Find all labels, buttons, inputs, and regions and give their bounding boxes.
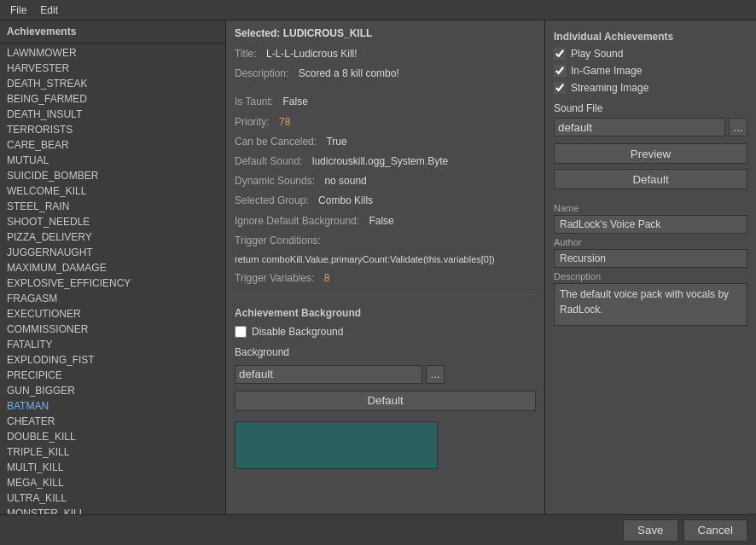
main-layout: Achievements LAWNMOWERHARVESTERDEATH_STR… xyxy=(0,20,756,545)
bg-label-row: Background xyxy=(235,346,536,358)
priority-row: Priority: 78 xyxy=(235,114,536,130)
achievement-item[interactable]: GUN_BIGGER xyxy=(0,383,225,398)
trigger-variables-label: Trigger Variables: xyxy=(235,270,314,287)
bg-default-button[interactable]: Default xyxy=(235,391,536,411)
ignore-default-bg-label: Ignore Default Background: xyxy=(235,213,359,229)
streaming-image-label: Streaming Image xyxy=(571,82,648,94)
achievement-item[interactable]: TRIPLE_KILL xyxy=(0,444,225,460)
author-field: Author Recursion xyxy=(554,237,747,268)
preview-button[interactable]: Preview xyxy=(554,143,747,164)
bg-section-title: Achievement Background xyxy=(235,307,536,319)
achievements-panel: Achievements LAWNMOWERHARVESTERDEATH_STR… xyxy=(0,20,226,545)
sound-default-button[interactable]: Default xyxy=(554,169,747,189)
achievement-item[interactable]: FRAGASM xyxy=(0,291,225,306)
name-field: Name RadLock's Voice Pack xyxy=(554,203,747,234)
save-button[interactable]: Save xyxy=(623,519,677,542)
achievement-item[interactable]: PIZZA_DELIVERY xyxy=(0,229,225,245)
sound-file-label-row: Sound File xyxy=(554,102,747,114)
achievements-list[interactable]: LAWNMOWERHARVESTERDEATH_STREAKBEING_FARM… xyxy=(0,43,225,545)
selected-group-label: Selected Group: xyxy=(235,193,309,209)
disable-background-label: Disable Background xyxy=(252,326,343,338)
bg-browse-button[interactable]: ... xyxy=(426,365,445,384)
play-sound-checkbox[interactable] xyxy=(554,48,566,60)
sound-file-input[interactable] xyxy=(554,118,725,136)
achievement-item[interactable]: WELCOME_KILL xyxy=(0,183,225,199)
trigger-conditions-value: return comboKill.Value.primaryCount:Vali… xyxy=(235,252,536,268)
is-taunt-row: Is Taunt: False xyxy=(235,94,536,110)
can-be-canceled-row: Can be Canceled: True xyxy=(235,134,536,150)
play-sound-label: Play Sound xyxy=(571,48,623,60)
edit-menu[interactable]: Edit xyxy=(33,3,65,18)
achievement-item[interactable]: COMMISSIONER xyxy=(0,322,225,337)
center-panel: Selected: LUDICROUS_KILL Title: L-L-L-Lu… xyxy=(226,20,544,545)
achievement-item[interactable]: FATALITY xyxy=(0,337,225,352)
streaming-image-row: Streaming Image xyxy=(554,82,747,94)
achievement-item[interactable]: DEATH_STREAK xyxy=(0,76,225,91)
dynamic-sounds-label: Dynamic Sounds: xyxy=(235,173,315,189)
achievement-item[interactable]: MAXIMUM_DAMAGE xyxy=(0,260,225,275)
default-sound-row: Default Sound: ludicrouskill.ogg_System.… xyxy=(235,154,536,170)
achievement-item[interactable]: CHEATER xyxy=(0,414,225,429)
achievement-item[interactable]: MEGA_KILL xyxy=(0,475,225,490)
in-game-image-checkbox[interactable] xyxy=(554,65,566,77)
achievement-item[interactable]: JUGGERNAUGHT xyxy=(0,245,225,260)
bg-input-row: ... xyxy=(235,365,536,384)
selected-group-value: Combo Kills xyxy=(318,193,373,209)
achievement-item[interactable]: EXPLODING_FIST xyxy=(0,352,225,368)
title-label: Title: xyxy=(235,46,257,62)
menubar: File Edit xyxy=(0,0,756,20)
play-sound-row: Play Sound xyxy=(554,48,747,60)
disable-background-checkbox[interactable] xyxy=(235,326,247,338)
achievement-item[interactable]: EXECUTIONER xyxy=(0,306,225,322)
sound-file-label: Sound File xyxy=(554,102,602,114)
bottom-bar: Save Cancel xyxy=(0,514,756,545)
sound-file-row: ... xyxy=(554,118,747,136)
achievements-list-container: LAWNMOWERHARVESTERDEATH_STREAKBEING_FARM… xyxy=(0,43,225,545)
name-field-value: RadLock's Voice Pack xyxy=(554,215,747,234)
achievement-item[interactable]: BATMAN xyxy=(0,398,225,414)
author-field-label: Author xyxy=(554,237,747,247)
achievement-item[interactable]: LAWNMOWER xyxy=(0,45,225,61)
achievement-item[interactable]: SHOOT_NEEDLE xyxy=(0,214,225,229)
right-panel: Individual Achievements Play Sound In-Ga… xyxy=(544,20,756,545)
achievement-item[interactable]: MULTI_KILL xyxy=(0,460,225,475)
in-game-image-label: In-Game Image xyxy=(571,65,642,77)
achievement-item[interactable]: CARE_BEAR xyxy=(0,137,225,153)
is-taunt-label: Is Taunt: xyxy=(235,94,273,110)
achievement-item[interactable]: BEING_FARMED xyxy=(0,91,225,107)
trigger-conditions-row: Trigger Conditions: return comboKill.Val… xyxy=(235,233,536,268)
disable-background-row: Disable Background xyxy=(235,326,536,338)
cancel-button[interactable]: Cancel xyxy=(683,519,748,542)
individual-achievements-title: Individual Achievements xyxy=(554,31,747,43)
achievement-item[interactable]: TERRORISTS xyxy=(0,122,225,137)
achievement-item[interactable]: DOUBLE_KILL xyxy=(0,429,225,444)
can-be-canceled-label: Can be Canceled: xyxy=(235,134,317,150)
achievement-item[interactable]: ULTRA_KILL xyxy=(0,490,225,506)
selected-label: Selected: LUDICROUS_KILL xyxy=(235,27,536,39)
ignore-default-bg-value: False xyxy=(369,213,393,229)
ignore-default-bg-row: Ignore Default Background: False xyxy=(235,213,536,229)
achievement-item[interactable]: EXPLOSIVE_EFFICIENCY xyxy=(0,275,225,291)
streaming-image-checkbox[interactable] xyxy=(554,82,566,94)
author-field-value: Recursion xyxy=(554,249,747,268)
trigger-variables-row: Trigger Variables: 8 xyxy=(235,270,536,287)
achievement-item[interactable]: PRECIPICE xyxy=(0,368,225,383)
bg-input[interactable] xyxy=(235,365,422,384)
in-game-image-row: In-Game Image xyxy=(554,65,747,77)
bg-label: Background xyxy=(235,346,289,358)
default-sound-value: ludicrouskill.ogg_System.Byte xyxy=(312,154,448,170)
achievement-item[interactable]: HARVESTER xyxy=(0,61,225,76)
dynamic-sounds-value: no sound xyxy=(324,173,366,189)
achievement-item[interactable]: MUTUAL xyxy=(0,153,225,168)
selected-group-row: Selected Group: Combo Kills xyxy=(235,193,536,209)
sound-file-browse-button[interactable]: ... xyxy=(729,118,747,136)
achievement-item[interactable]: DEATH_INSULT xyxy=(0,107,225,122)
preview-image xyxy=(235,421,438,469)
file-menu[interactable]: File xyxy=(3,3,33,18)
achievement-item[interactable]: SUICIDE_BOMBER xyxy=(0,168,225,183)
achievement-item[interactable]: STEEL_RAIN xyxy=(0,199,225,214)
can-be-canceled-value: True xyxy=(326,134,346,150)
description-label: Description: xyxy=(235,66,288,82)
name-field-label: Name xyxy=(554,203,747,213)
description-row: Description: Scored a 8 kill combo! xyxy=(235,66,536,82)
